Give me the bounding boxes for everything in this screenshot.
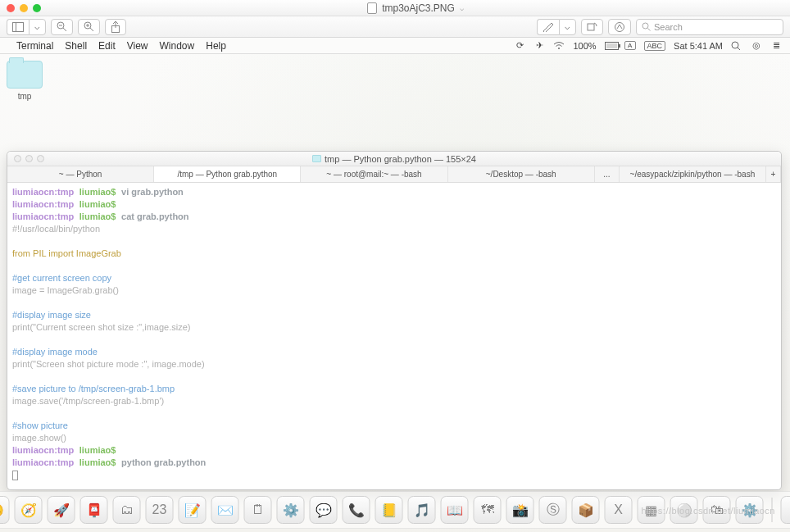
terminal-title: tmp — Python grab.python — 155×24	[325, 154, 476, 164]
zoom-out-button[interactable]	[51, 19, 73, 35]
terminal-window: tmp — Python grab.python — 155×24 ~ — Py…	[7, 151, 782, 490]
cloud-sync-icon[interactable]: ⟳	[514, 40, 525, 51]
notifications-icon[interactable]: ≣	[770, 40, 782, 51]
rocket-status-icon[interactable]: ✈︎	[533, 40, 545, 51]
menubar-item-view[interactable]: View	[127, 40, 148, 52]
svg-line-6	[90, 28, 93, 31]
terminal-tab[interactable]: ~ — root@mail:~ — -bash	[301, 166, 447, 182]
terminal-tab-label: ~ — Python	[59, 170, 102, 179]
dock-app-tile[interactable]: ⚙️	[277, 496, 305, 524]
sidebar-dropdown-button[interactable]: ⌵	[29, 19, 46, 35]
dock-app-tile[interactable]: 📒	[375, 496, 403, 524]
dock-app-tile[interactable]: 🗂	[113, 496, 141, 524]
window-controls	[7, 4, 41, 12]
svg-rect-0	[13, 22, 24, 31]
menubar-item-edit[interactable]: Edit	[98, 40, 116, 52]
dock-app-tile[interactable]: 🗑	[781, 496, 791, 524]
dock-app-tile[interactable]: 📦	[572, 496, 600, 524]
svg-point-15	[558, 48, 560, 49]
terminal-tab-label: ~/Desktop — -bash	[486, 170, 556, 179]
dock-app-tile[interactable]: Ⓢ	[539, 496, 567, 524]
terminal-new-tab-button[interactable]: +	[766, 166, 781, 182]
svg-point-19	[732, 42, 738, 48]
dock-app-tile[interactable]: 📞	[343, 496, 370, 524]
wifi-icon[interactable]	[553, 42, 565, 50]
desktop: tmp tmp — Python grab.python — 155×24 ~ …	[0, 54, 790, 532]
terminal-tab[interactable]: ~ — Python	[7, 166, 154, 182]
dock-app-tile[interactable]: 🚀	[48, 496, 75, 524]
folder-label: tmp	[7, 92, 43, 101]
document-icon	[367, 2, 377, 14]
svg-rect-17	[619, 44, 620, 48]
dock-app-tile[interactable]: 🗺	[474, 496, 502, 524]
menubar-item-terminal[interactable]: Terminal	[16, 40, 53, 52]
svg-line-14	[648, 29, 651, 31]
terminal-tabstrip: ~ — Python /tmp — Python grab.python ~ —…	[7, 166, 781, 183]
title-dropdown-icon[interactable]: ⌵	[460, 4, 464, 12]
search-placeholder-text: Search	[654, 22, 683, 32]
terminal-output[interactable]: liumiaocn:tmp liumiao$ vi grab.python li…	[7, 183, 781, 489]
input-source-icon[interactable]: A	[624, 41, 636, 50]
terminal-tab-label: ...	[603, 170, 610, 179]
terminal-tab[interactable]: ~/Desktop — -bash	[448, 166, 595, 182]
terminal-titlebar: tmp — Python grab.python — 155×24	[7, 152, 781, 166]
zoom-in-button[interactable]	[78, 19, 100, 35]
svg-line-20	[738, 48, 740, 50]
menubar-clock[interactable]: Sat 5:41 AM	[674, 41, 723, 51]
annotate-button[interactable]	[537, 19, 559, 35]
annotate-dropdown-button[interactable]: ⌵	[559, 19, 576, 35]
rotate-button[interactable]	[581, 19, 603, 35]
dock-app-tile[interactable]: 😀	[0, 496, 10, 524]
dock-app-tile[interactable]: 📖	[441, 496, 469, 524]
close-icon[interactable]	[7, 4, 15, 12]
watermark-text: https://blog.csdn.net/liumiaocn	[642, 506, 775, 516]
terminal-zoom-icon[interactable]	[37, 155, 44, 162]
terminal-tab-overflow[interactable]: ...	[595, 166, 620, 182]
preview-toolbar: ⌵ ⌵ Search	[0, 16, 790, 38]
dock-app-tile[interactable]: 📮	[80, 496, 108, 524]
terminal-tab-label: ~ — root@mail:~ — -bash	[326, 170, 421, 179]
terminal-minimize-icon[interactable]	[25, 155, 33, 162]
terminal-tab-label: ~/easypack/zipkin/python — -bash	[630, 170, 756, 179]
battery-percent: 100%	[573, 41, 596, 51]
preview-title: tmp3oAjC3.PNG	[382, 2, 455, 14]
sidebar-toggle-button[interactable]	[7, 19, 29, 35]
menubar-item-window[interactable]: Window	[160, 40, 195, 52]
dock-app-tile[interactable]: 📸	[506, 496, 534, 524]
dock-app-tile[interactable]: 🗒	[244, 496, 272, 524]
terminal-tab[interactable]: /tmp — Python grab.python	[154, 166, 301, 182]
share-button[interactable]	[105, 19, 126, 35]
minimize-icon[interactable]	[20, 4, 28, 12]
dock-app-tile[interactable]: X	[605, 496, 633, 524]
svg-line-3	[63, 28, 66, 31]
siri-icon[interactable]: ◎	[751, 40, 762, 51]
dock-app-tile[interactable]: 📝	[179, 496, 207, 524]
svg-rect-18	[606, 43, 617, 48]
desktop-folder-tmp[interactable]: tmp	[7, 61, 43, 101]
dock-app-tile[interactable]: 🎵	[408, 496, 436, 524]
input-method-badge[interactable]: ABC	[644, 41, 666, 51]
dock-app-tile[interactable]: 🧭	[15, 496, 43, 524]
preview-search-input[interactable]: Search	[636, 19, 783, 35]
folder-icon	[7, 61, 43, 89]
menubar-item-help[interactable]: Help	[206, 40, 226, 52]
menubar-item-shell[interactable]: Shell	[65, 40, 87, 52]
svg-point-13	[642, 23, 648, 29]
terminal-tab-label: /tmp — Python grab.python	[177, 170, 277, 179]
macos-menubar: Terminal Shell Edit View Window Help ⟳ ✈…	[0, 38, 790, 54]
dock-app-tile[interactable]: 💬	[310, 496, 338, 524]
terminal-folder-icon	[312, 155, 321, 162]
terminal-tab[interactable]: ~/easypack/zipkin/python — -bash	[620, 166, 766, 182]
search-icon	[642, 22, 651, 31]
battery-icon[interactable]	[605, 42, 616, 50]
svg-rect-11	[588, 24, 594, 30]
terminal-close-icon[interactable]	[14, 155, 21, 162]
markup-button[interactable]	[608, 19, 631, 35]
preview-titlebar: tmp3oAjC3.PNG ⌵	[0, 0, 790, 16]
zoom-icon[interactable]	[33, 4, 41, 12]
dock-app-tile[interactable]: ✉️	[211, 496, 239, 524]
dock-app-tile[interactable]: 23	[146, 496, 174, 524]
spotlight-icon[interactable]	[731, 41, 742, 51]
